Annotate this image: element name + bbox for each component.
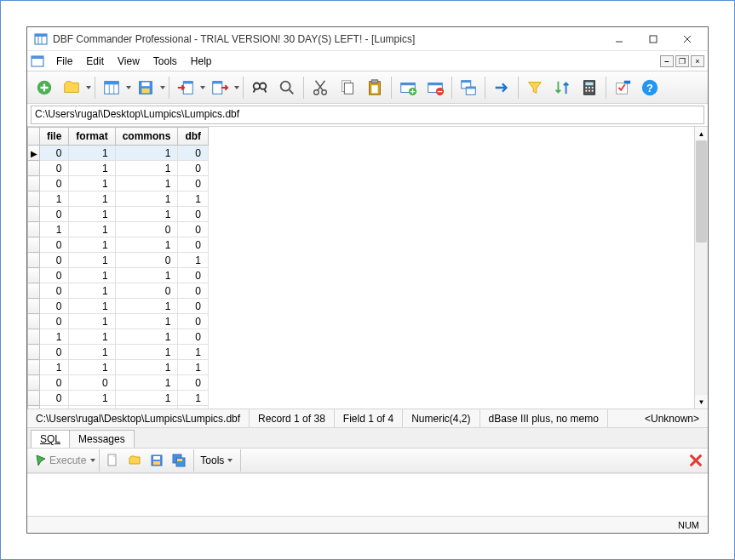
sql-saveall-button[interactable] xyxy=(169,450,191,471)
cell[interactable]: 0 xyxy=(40,237,69,253)
cell[interactable]: 1 xyxy=(178,360,209,375)
sql-new-button[interactable] xyxy=(102,450,124,471)
cell[interactable]: 1 xyxy=(40,329,69,345)
menu-edit[interactable]: Edit xyxy=(79,54,111,69)
table-row[interactable]: 1111 xyxy=(28,191,209,207)
cell[interactable]: 1 xyxy=(69,329,115,345)
save-button[interactable] xyxy=(133,75,158,100)
open-dropdown[interactable] xyxy=(85,76,92,100)
cell[interactable]: 0 xyxy=(178,283,209,299)
filter-button[interactable] xyxy=(522,75,548,100)
cell[interactable]: 1 xyxy=(69,176,115,191)
cell[interactable]: 1 xyxy=(69,283,115,299)
structure-button[interactable] xyxy=(99,75,124,100)
column-header-format[interactable]: format xyxy=(69,128,115,146)
column-header-dbf[interactable]: dbf xyxy=(178,128,209,146)
table-row[interactable]: 1101 xyxy=(28,406,209,409)
cell[interactable]: 1 xyxy=(69,191,115,207)
cut-button[interactable] xyxy=(307,75,333,100)
table-row[interactable]: ▶0110 xyxy=(28,146,209,161)
cell[interactable]: 0 xyxy=(178,268,209,283)
goto-button[interactable] xyxy=(489,75,514,100)
cell[interactable]: 1 xyxy=(115,237,178,253)
cell[interactable]: 0 xyxy=(115,253,178,268)
cell[interactable]: 0 xyxy=(40,299,69,314)
cell[interactable]: 0 xyxy=(178,176,209,191)
table-row[interactable]: 0111 xyxy=(28,391,209,406)
cell[interactable]: 0 xyxy=(178,314,209,329)
table-row[interactable]: 0110 xyxy=(28,207,209,222)
table-row[interactable]: 0110 xyxy=(28,268,209,283)
cell[interactable]: 1 xyxy=(115,146,178,161)
cell[interactable]: 0 xyxy=(69,375,115,391)
find-button[interactable] xyxy=(247,75,273,100)
duplicate-button[interactable] xyxy=(456,75,481,100)
mdi-close-button[interactable]: × xyxy=(691,55,704,67)
cell[interactable]: 0 xyxy=(178,237,209,253)
cell[interactable]: 1 xyxy=(115,391,178,406)
new-button[interactable] xyxy=(32,75,57,100)
paste-button[interactable] xyxy=(362,75,388,100)
cell[interactable]: 0 xyxy=(178,207,209,222)
export-dropdown[interactable] xyxy=(233,76,240,100)
cell[interactable]: 1 xyxy=(69,299,115,314)
help-button[interactable]: ? xyxy=(637,75,663,100)
delete-record-button[interactable] xyxy=(422,75,448,100)
column-header-commons[interactable]: commons xyxy=(115,128,178,146)
tab-messages[interactable]: Messages xyxy=(69,430,135,448)
vertical-scrollbar[interactable]: ▲ ▼ xyxy=(694,127,708,409)
scroll-thumb[interactable] xyxy=(696,140,707,243)
minimize-button[interactable] xyxy=(602,28,636,50)
cell[interactable]: 1 xyxy=(178,191,209,207)
table-row[interactable]: 0111 xyxy=(28,345,209,360)
menu-file[interactable]: File xyxy=(49,54,79,69)
cell[interactable]: 0 xyxy=(115,406,178,409)
cell[interactable]: 0 xyxy=(40,253,69,268)
cell[interactable]: 1 xyxy=(115,176,178,191)
column-header-file[interactable]: file xyxy=(40,128,69,146)
cell[interactable]: 1 xyxy=(40,191,69,207)
table-row[interactable]: 0110 xyxy=(28,161,209,176)
save-dropdown[interactable] xyxy=(159,76,166,100)
cell[interactable]: 0 xyxy=(40,391,69,406)
cell[interactable]: 1 xyxy=(115,161,178,176)
execute-button[interactable]: Execute xyxy=(31,450,89,471)
menu-help[interactable]: Help xyxy=(184,54,219,69)
sql-close-button[interactable] xyxy=(687,452,704,469)
cell[interactable]: 1 xyxy=(69,360,115,375)
sql-open-button[interactable] xyxy=(124,450,146,471)
cell[interactable]: 1 xyxy=(115,299,178,314)
cell[interactable]: 0 xyxy=(115,283,178,299)
cell[interactable]: 1 xyxy=(69,237,115,253)
add-record-button[interactable] xyxy=(395,75,421,100)
table-row[interactable]: 0100 xyxy=(28,283,209,299)
zoom-button[interactable] xyxy=(274,75,300,100)
cell[interactable]: 0 xyxy=(178,161,209,176)
copy-button[interactable] xyxy=(335,75,360,100)
data-grid[interactable]: fileformatcommonsdbf ▶011001100110111101… xyxy=(27,126,708,409)
cell[interactable]: 0 xyxy=(40,283,69,299)
cell[interactable]: 1 xyxy=(115,345,178,360)
cell[interactable]: 0 xyxy=(40,146,69,161)
export-button[interactable] xyxy=(207,75,233,100)
cell[interactable]: 0 xyxy=(178,329,209,345)
cell[interactable]: 0 xyxy=(40,268,69,283)
cell[interactable]: 0 xyxy=(40,161,69,176)
cell[interactable]: 1 xyxy=(69,391,115,406)
table-row[interactable]: 1100 xyxy=(28,222,209,237)
sql-save-button[interactable] xyxy=(146,450,169,471)
calc-button[interactable] xyxy=(577,75,602,100)
structure-dropdown[interactable] xyxy=(125,76,132,100)
table-row[interactable]: 0010 xyxy=(28,375,209,391)
mdi-minimize-button[interactable]: ‒ xyxy=(660,55,674,67)
mdi-restore-button[interactable]: ❐ xyxy=(675,55,689,67)
cell[interactable]: 1 xyxy=(115,329,178,345)
cell[interactable]: 0 xyxy=(115,222,178,237)
cell[interactable]: 0 xyxy=(178,146,209,161)
table-row[interactable]: 0110 xyxy=(28,314,209,329)
cell[interactable]: 1 xyxy=(69,253,115,268)
cell[interactable]: 1 xyxy=(69,314,115,329)
import-button[interactable] xyxy=(173,75,198,100)
cell[interactable]: 1 xyxy=(69,268,115,283)
cell[interactable]: 1 xyxy=(115,375,178,391)
